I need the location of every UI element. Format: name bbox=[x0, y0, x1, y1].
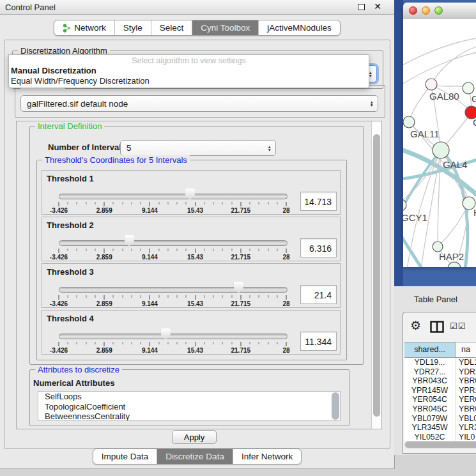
tab-cyni-toolbox[interactable]: Cyni Toolbox bbox=[192, 20, 258, 35]
tick-mark bbox=[113, 202, 114, 204]
table-row[interactable]: YBL079WYBL0 bbox=[404, 414, 476, 424]
tick-label: 2.859 bbox=[96, 207, 112, 214]
threshold-value-field[interactable]: 6.316 bbox=[300, 238, 337, 257]
cell-name: YBL0 bbox=[456, 414, 476, 424]
tick-mark bbox=[259, 202, 259, 204]
tick-label: 21.715 bbox=[231, 347, 251, 354]
tab-style[interactable]: Style bbox=[114, 20, 151, 35]
select-columns-checkboxes-icon[interactable]: ☑☑ bbox=[450, 321, 466, 331]
gear-icon[interactable]: ⚙ bbox=[410, 318, 421, 333]
table-row[interactable]: YPR145WYPR1 bbox=[404, 386, 476, 395]
table-row[interactable]: YBR045CYBR0 bbox=[404, 404, 476, 414]
attributes-group-title: Attributes to discretize bbox=[35, 365, 122, 374]
columns-icon[interactable] bbox=[430, 321, 444, 335]
tab-infer-network[interactable]: Infer Network bbox=[233, 449, 301, 464]
cell-shared-name: YBR043C bbox=[404, 376, 456, 386]
apply-button[interactable]: Apply bbox=[172, 430, 217, 444]
network-node[interactable] bbox=[426, 79, 437, 90]
tab-network[interactable]: Network bbox=[54, 20, 114, 35]
list-scrollbar-thumb[interactable] bbox=[332, 392, 339, 420]
edge[interactable] bbox=[403, 38, 476, 68]
horizontal-scrollbar[interactable] bbox=[404, 441, 476, 449]
number-of-intervals-combobox[interactable]: 5 ▲▼ bbox=[120, 140, 276, 156]
tick-mark bbox=[150, 295, 150, 300]
threshold-coordinates-group: Threshold's Coordinates for 5 Intervals … bbox=[36, 160, 347, 360]
table-toolbar: ⚙ ☑☑ bbox=[403, 312, 476, 342]
column-header-name[interactable]: na bbox=[456, 342, 476, 357]
attribute-item[interactable]: BetweennessCentrality bbox=[38, 411, 340, 421]
top-tab-bar: NetworkStyleSelectCyni ToolboxjActiveMNo… bbox=[0, 20, 394, 36]
attribute-item[interactable]: SelfLoops bbox=[38, 392, 340, 402]
tick-label: 9.144 bbox=[142, 347, 158, 354]
table-data-combobox[interactable]: galFiltered.sif default node ▲▼ bbox=[20, 95, 378, 112]
network-node[interactable] bbox=[403, 116, 415, 128]
table-row[interactable]: YBR043CYBR0 bbox=[404, 376, 476, 386]
threshold-value-field[interactable]: 11.344 bbox=[300, 332, 337, 351]
tick-mark bbox=[113, 249, 114, 251]
close-icon[interactable]: ✕ bbox=[374, 1, 381, 12]
minimize-traffic-light-icon[interactable] bbox=[422, 6, 430, 15]
slider-ticks bbox=[59, 249, 286, 254]
tick-mark bbox=[240, 202, 241, 206]
edge-highlighted[interactable] bbox=[403, 229, 422, 267]
tick-mark bbox=[131, 295, 132, 298]
table-row[interactable]: YLR345WYLR3 bbox=[404, 423, 476, 433]
slider-track[interactable] bbox=[59, 194, 288, 199]
column-header-shared[interactable]: shared... bbox=[404, 342, 456, 357]
network-canvas[interactable]: GAL80GACGAL11GAL4GCY1HHAP2 bbox=[403, 19, 476, 267]
tick-label: 9.144 bbox=[142, 207, 158, 214]
table-row[interactable]: YDR27...YDR2 bbox=[404, 367, 476, 377]
tick-mark bbox=[86, 295, 86, 298]
tick-mark bbox=[167, 295, 168, 298]
edge[interactable] bbox=[438, 203, 469, 247]
slider-tick-labels: -3.4262.8599.14415.4321.71528 bbox=[59, 207, 286, 215]
numerical-attributes-list[interactable]: SelfLoopsTopologicalCoefficientBetweenne… bbox=[38, 391, 341, 421]
attribute-item[interactable]: TopologicalCoefficient bbox=[38, 402, 340, 412]
slider-track[interactable] bbox=[59, 334, 288, 339]
tab-discretize-data[interactable]: Discretize Data bbox=[157, 449, 233, 464]
table-row[interactable]: YER054CYER0 bbox=[404, 395, 476, 404]
table-row[interactable]: YDL19...YDL1 bbox=[404, 358, 476, 367]
table-data-value: galFiltered.sif default node bbox=[27, 99, 128, 109]
tick-mark bbox=[77, 295, 77, 298]
tick-mark bbox=[167, 202, 168, 204]
tick-mark bbox=[286, 202, 287, 206]
threshold-value-field[interactable]: 21.4 bbox=[300, 285, 337, 304]
tab-impute-data[interactable]: Impute Data bbox=[93, 449, 157, 464]
network-node[interactable] bbox=[433, 242, 443, 252]
table-rows: YDL19...YDL1YDR27...YDR2YBR043CYBR0YPR14… bbox=[404, 358, 476, 442]
float-window-icon[interactable] bbox=[358, 4, 365, 10]
scrollbar-thumb[interactable] bbox=[405, 441, 476, 448]
edge[interactable] bbox=[431, 45, 476, 84]
zoom-traffic-light-icon[interactable] bbox=[434, 6, 443, 15]
node-label: C bbox=[473, 117, 476, 128]
tick-label: 15.43 bbox=[187, 300, 203, 307]
tick-mark bbox=[186, 342, 187, 344]
cell-name: YDR2 bbox=[456, 367, 476, 377]
scrollbar-thumb[interactable] bbox=[373, 134, 380, 417]
tick-label: 2.859 bbox=[96, 300, 112, 307]
vertical-scrollbar[interactable] bbox=[371, 121, 381, 429]
tab-jactivemnodules[interactable]: jActiveMNodules bbox=[258, 20, 340, 35]
network-node[interactable] bbox=[433, 142, 449, 158]
dropdown-item-equal-width[interactable]: Equal Width/Frequency Discretization bbox=[9, 76, 369, 86]
tick-mark bbox=[68, 202, 68, 204]
tick-mark bbox=[150, 342, 150, 346]
tick-mark bbox=[104, 249, 105, 253]
edge[interactable] bbox=[409, 84, 431, 122]
tick-label: 21.715 bbox=[231, 254, 251, 261]
close-traffic-light-icon[interactable] bbox=[409, 6, 417, 15]
network-node[interactable] bbox=[463, 82, 474, 94]
threshold-label: Threshold 3 bbox=[47, 267, 94, 277]
node-label: H bbox=[473, 207, 476, 218]
dropdown-item-manual[interactable]: Manual Discretization bbox=[9, 66, 369, 76]
tick-mark bbox=[204, 202, 204, 204]
slider-track[interactable] bbox=[59, 240, 288, 246]
edge[interactable] bbox=[403, 52, 476, 88]
tab-select[interactable]: Select bbox=[151, 20, 192, 35]
table-data-group: Table Data galFiltered.sif default node … bbox=[15, 85, 385, 118]
tick-label: 2.859 bbox=[96, 254, 112, 261]
slider-track[interactable] bbox=[59, 287, 288, 293]
network-graph: GAL80GACGAL11GAL4GCY1HHAP2 bbox=[403, 19, 476, 267]
threshold-value-field[interactable]: 14.713 bbox=[300, 192, 337, 211]
